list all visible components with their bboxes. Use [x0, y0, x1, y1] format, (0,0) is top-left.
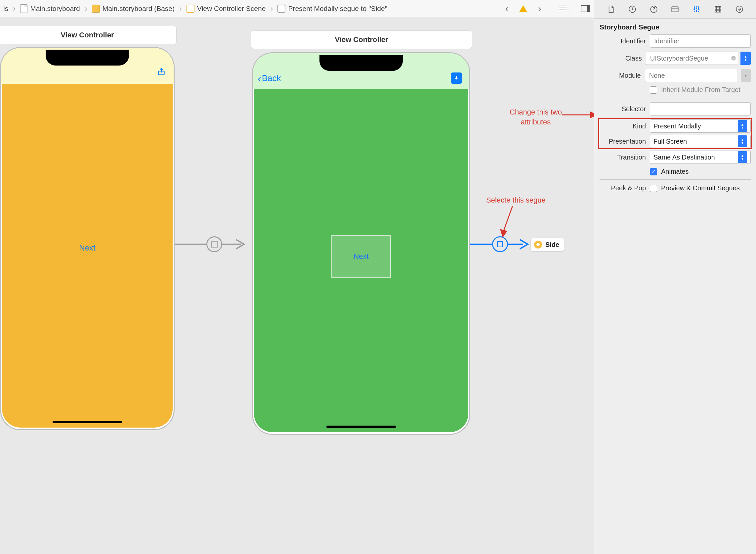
identifier-label: Identifier [600, 38, 646, 45]
present-modally-icon [211, 241, 217, 247]
transition-label: Transition [600, 154, 646, 161]
view-body [2, 84, 173, 428]
annotation-text: Selecte this segue [486, 195, 546, 205]
segue-icon [277, 5, 286, 13]
animates-checkbox[interactable]: ✓ [650, 168, 657, 175]
connections-inspector-tab[interactable] [733, 3, 746, 15]
home-indicator [326, 426, 396, 428]
svg-marker-4 [590, 112, 594, 118]
module-stepper-icon[interactable]: ▼ [741, 69, 751, 82]
back-button[interactable]: ‹ Back [258, 73, 281, 84]
kind-select[interactable]: Present Modally ▲▼ [650, 119, 751, 133]
present-modally-icon [497, 241, 503, 247]
selector-input[interactable] [650, 102, 751, 115]
help-inspector-tab[interactable] [647, 3, 660, 15]
attributes-inspector-tab[interactable] [690, 3, 703, 15]
adjust-editor-icon[interactable] [580, 3, 591, 14]
highlighted-attributes: Kind Present Modally ▲▼ Presentation Ful… [600, 119, 751, 148]
module-label: Module [600, 72, 641, 79]
preview-commit-label: Preview & Commit Segues [661, 184, 740, 192]
animates-row: ✓ Animates [600, 168, 751, 175]
notch [319, 55, 403, 71]
kind-label: Kind [600, 122, 646, 130]
svg-line-5 [503, 206, 513, 232]
chevron-right-icon: › [13, 4, 15, 13]
scene-icon [187, 5, 194, 13]
svg-rect-9 [672, 7, 679, 12]
crumb-text: Present Modally segue to "Side" [288, 5, 387, 13]
transition-field-row: Transition Same As Destination ▲▼ [600, 151, 751, 164]
device-scene-2[interactable]: ‹ Back Next [252, 52, 470, 435]
peek-pop-label: Peek & Pop [600, 184, 646, 192]
history-inspector-tab[interactable] [626, 3, 639, 15]
divider [600, 179, 751, 180]
kind-field-row: Kind Present Modally ▲▼ [600, 119, 751, 133]
chevron-right-icon: › [270, 4, 273, 13]
container-view[interactable]: Next [331, 235, 391, 278]
chevron-right-icon: › [179, 4, 182, 13]
animates-label: Animates [661, 168, 689, 175]
clear-class-icon[interactable] [731, 55, 737, 62]
segue-node-icon[interactable] [206, 236, 222, 252]
warning-icon[interactable] [518, 3, 528, 14]
inherit-module-row: Inherit Module From Target [600, 86, 751, 94]
crumb-text: Main.storyboard (Base) [103, 5, 175, 13]
size-inspector-tab[interactable] [712, 3, 724, 15]
device-scene-1[interactable]: Next [0, 47, 175, 430]
class-field-row: Class ▲▼ [600, 52, 751, 65]
dropdown-arrows-icon: ▲▼ [738, 135, 747, 147]
identifier-field-row: Identifier [600, 35, 751, 48]
viewcontroller-icon [534, 240, 542, 248]
home-indicator [53, 421, 122, 423]
inherit-module-checkbox[interactable] [650, 87, 657, 94]
share-icon[interactable] [157, 67, 166, 77]
chevron-left-icon: ‹ [258, 75, 261, 82]
inspector-panel: Storyboard Segue Identifier Class ▲▼ Mod… [594, 0, 756, 554]
annotation-arrow-icon [562, 108, 594, 121]
scene-title-bar[interactable]: View Controller [0, 26, 177, 44]
next-button[interactable]: Next [79, 243, 95, 253]
class-label: Class [600, 55, 642, 62]
class-input[interactable] [646, 52, 738, 65]
module-input[interactable] [645, 69, 737, 82]
scene-title-bar[interactable]: View Controller [251, 31, 472, 49]
identity-inspector-tab[interactable] [669, 3, 681, 15]
annotation-arrow-icon [499, 206, 519, 239]
presentation-select[interactable]: Full Screen ▲▼ [650, 135, 751, 148]
kind-value: Present Modally [653, 122, 701, 130]
breadcrumb[interactable]: ls › Main.storyboard › Main.storyboard (… [3, 4, 387, 13]
download-icon[interactable] [451, 72, 462, 84]
peek-pop-row: Peek & Pop Preview & Commit Segues [600, 184, 751, 192]
crumb-text: View Controller Scene [197, 5, 265, 13]
file-inspector-tab[interactable] [605, 3, 617, 15]
module-field-row: Module ▼ [600, 69, 751, 82]
inspector-section-title: Storyboard Segue [594, 18, 756, 35]
selector-field-row: Selector [600, 102, 751, 115]
related-items-icon[interactable] [557, 3, 568, 14]
crumb-text: ls [3, 5, 8, 13]
divider [574, 4, 574, 13]
transition-value: Same As Destination [653, 154, 715, 161]
class-stepper-icon[interactable]: ▲▼ [741, 52, 751, 65]
presentation-label: Presentation [600, 138, 646, 145]
side-view-chip[interactable]: Side [530, 238, 564, 252]
svg-marker-6 [500, 229, 507, 238]
divider [551, 4, 551, 13]
preview-commit-checkbox[interactable] [650, 185, 657, 192]
file-icon [20, 4, 27, 13]
back-label: Back [262, 73, 281, 84]
inherit-module-label: Inherit Module From Target [661, 86, 741, 94]
transition-select[interactable]: Same As Destination ▲▼ [650, 151, 751, 164]
scene-title: View Controller [61, 31, 114, 39]
chevron-right-icon: › [85, 4, 87, 13]
selector-label: Selector [600, 105, 646, 113]
storyboard-canvas[interactable]: View Controller Next View Controller [0, 17, 594, 554]
breadcrumb-bar: ls › Main.storyboard › Main.storyboard (… [0, 0, 594, 17]
crumb-text: Main.storyboard [30, 5, 80, 13]
container-label: Next [354, 252, 368, 261]
identifier-input[interactable] [650, 35, 751, 48]
history-back-button[interactable]: ‹ [501, 3, 512, 14]
notch [46, 50, 129, 65]
history-forward-button[interactable]: › [534, 3, 545, 14]
presentation-field-row: Presentation Full Screen ▲▼ [600, 135, 751, 148]
